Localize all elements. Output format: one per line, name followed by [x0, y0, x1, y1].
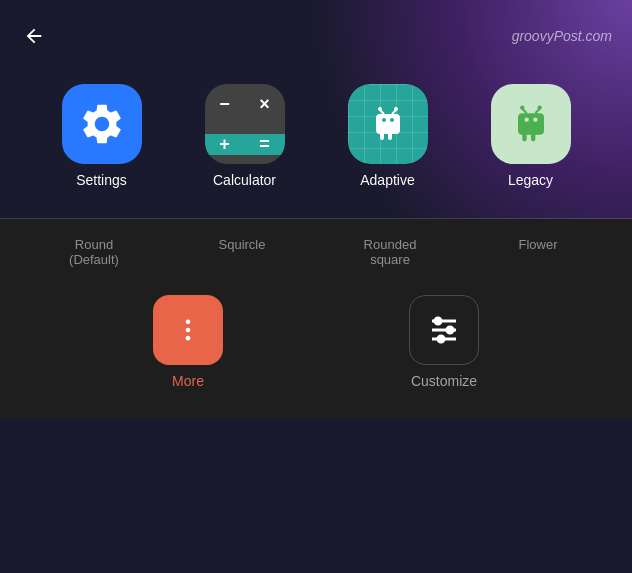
legacy-icon-bg — [491, 84, 571, 164]
more-action[interactable]: More — [153, 295, 223, 389]
svg-point-7 — [533, 118, 537, 122]
shape-round[interactable]: Round(Default) — [59, 237, 129, 267]
header: groovyPost.com — [0, 0, 632, 64]
svg-point-20 — [438, 336, 444, 342]
shape-squircle[interactable]: Squircle — [207, 237, 277, 267]
svg-point-4 — [378, 107, 382, 111]
watermark: groovyPost.com — [512, 28, 612, 44]
settings-label: Settings — [76, 172, 127, 188]
calc-equals: = — [245, 134, 285, 155]
svg-point-11 — [537, 106, 541, 110]
svg-point-6 — [524, 118, 528, 122]
calc-times: × — [245, 94, 285, 115]
svg-point-14 — [186, 336, 191, 341]
more-label: More — [172, 373, 204, 389]
more-dots-icon — [174, 316, 202, 344]
svg-point-12 — [186, 320, 191, 325]
customize-label: Customize — [411, 373, 477, 389]
app-calculator[interactable]: − × + = Calculator — [205, 84, 285, 188]
calculator-icon-bg: − × + = — [205, 84, 285, 164]
shape-rounded-square[interactable]: Roundedsquare — [355, 237, 425, 267]
svg-point-10 — [520, 106, 524, 110]
app-adaptive[interactable]: Adaptive — [348, 84, 428, 188]
svg-point-13 — [186, 328, 191, 333]
settings-icon-bg — [62, 84, 142, 164]
app-settings[interactable]: Settings — [62, 84, 142, 188]
svg-point-5 — [394, 107, 398, 111]
settings-gear-icon — [78, 100, 126, 148]
calc-minus: − — [205, 94, 245, 115]
customize-sliders-icon — [426, 312, 462, 348]
android-adaptive-icon — [364, 100, 412, 148]
legacy-label: Legacy — [508, 172, 553, 188]
shapes-row: Round(Default) Squircle Roundedsquare Fl… — [0, 219, 632, 275]
svg-point-1 — [390, 118, 394, 122]
more-icon-bg — [153, 295, 223, 365]
adaptive-label: Adaptive — [360, 172, 414, 188]
app-legacy[interactable]: Legacy — [491, 84, 571, 188]
android-legacy-icon — [505, 98, 557, 150]
customize-action[interactable]: Customize — [409, 295, 479, 389]
customize-icon-bg — [409, 295, 479, 365]
calc-plus: + — [205, 134, 245, 155]
svg-point-0 — [382, 118, 386, 122]
shape-flower[interactable]: Flower — [503, 237, 573, 267]
svg-point-19 — [447, 327, 453, 333]
apps-grid: Settings − × + = Calculator — [0, 64, 632, 218]
calculator-label: Calculator — [213, 172, 276, 188]
svg-point-18 — [435, 318, 441, 324]
back-button[interactable] — [16, 18, 52, 54]
adaptive-icon-bg — [348, 84, 428, 164]
bottom-section: More Customize — [0, 275, 632, 419]
